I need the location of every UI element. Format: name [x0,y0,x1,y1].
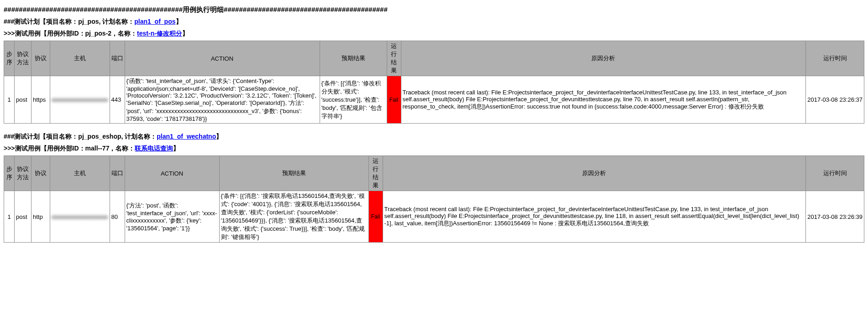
col-expect: 预期结果 [219,156,368,191]
col-reason: 原因分析 [401,41,806,76]
col-seq: 步序 [4,41,15,76]
cell-proto: http [32,191,50,243]
col-method: 协议方法 [15,156,32,191]
cell-result-fail: Fail [387,76,401,124]
plan2-prefix: ###测试计划【项目名称：pj_pos_eshop, 计划名称： [4,133,157,140]
cell-host: xxxxxxxxxxxxxxxxxxx [50,76,110,124]
cell-reason: Traceback (most recent call last): File … [401,76,806,124]
cell-port: 443 [110,76,125,124]
col-seq: 步序 [4,156,15,191]
test-plan-2: ###测试计划【项目名称：pj_pos_eshop, 计划名称：plan1_of… [4,133,864,141]
cell-result-fail: Fail [368,191,383,243]
case1-prefix: >>>测试用例【用例外部ID：pj_pos-2，名称： [4,30,137,37]
col-proto: 协议 [32,156,50,191]
result-table-2: 步序 协议方法 协议 主机 端口 ACTION 预期结果 运行结果 原因分析 运… [4,156,864,243]
cell-host: xxxxxxxxxxxxxxxxxxx [50,191,110,243]
cell-expect: {'条件': [{'消息': '搜索联系电话135601564,查询失败', '… [219,191,368,243]
cell-proto: https [32,76,50,124]
col-port: 端口 [110,41,125,76]
case2-prefix: >>>测试用例【用例外部ID：mall--77，名称： [4,145,135,152]
cell-time: 2017-03-08 23:26:37 [806,76,864,124]
case2-link[interactable]: 联系电话查询 [135,145,173,152]
cell-action: {'方法': 'post', '函数': 'test_interface_of_… [125,191,219,243]
table-row: 1 post https xxxxxxxxxxxxxxxxxxx 443 {'函… [4,76,864,124]
table-header-row: 步序 协议方法 协议 主机 端口 ACTION 预期结果 运行结果 原因分析 运… [4,41,864,76]
cell-reason: Traceback (most recent call last): File … [383,191,806,243]
test-case-1: >>>测试用例【用例外部ID：pj_pos-2，名称：test-n-修改积分】 [4,30,864,38]
report-header: ########################################… [4,5,864,14]
col-proto: 协议 [32,41,50,76]
cell-time: 2017-03-08 23:26:39 [806,191,864,243]
col-action: ACTION [125,156,219,191]
col-result: 运行结果 [368,156,383,191]
test-case-2: >>>测试用例【用例外部ID：mall--77，名称：联系电话查询】 [4,145,864,153]
plan1-suffix: 】 [176,18,182,25]
plan2-suffix: 】 [216,133,222,140]
test-plan-1: ###测试计划【项目名称：pj_pos, 计划名称：plan1_of_pos】 [4,18,864,26]
cell-action: {'函数': 'test_interface_of_json', '请求头': … [125,76,320,124]
case1-suffix: 】 [182,30,189,37]
col-time: 运行时间 [806,41,864,76]
col-port: 端口 [110,156,125,191]
col-reason: 原因分析 [383,156,806,191]
col-result: 运行结果 [387,41,401,76]
cell-seq: 1 [4,191,15,243]
table-row: 1 post http xxxxxxxxxxxxxxxxxxx 80 {'方法'… [4,191,864,243]
case2-suffix: 】 [173,145,179,152]
cell-expect: {'条件': [{'消息': '修改积分失败', '模式': 'success:… [320,76,387,124]
table-header-row: 步序 协议方法 协议 主机 端口 ACTION 预期结果 运行结果 原因分析 运… [4,156,864,191]
plan1-link[interactable]: plan1_of_pos [134,18,175,25]
result-table-1: 步序 协议方法 协议 主机 端口 ACTION 预期结果 运行结果 原因分析 运… [4,41,864,124]
col-host: 主机 [50,41,110,76]
cell-method: post [15,191,32,243]
col-action: ACTION [125,41,320,76]
plan2-link[interactable]: plan1_of_wechatno [157,133,216,140]
plan1-prefix: ###测试计划【项目名称：pj_pos, 计划名称： [4,18,134,25]
col-time: 运行时间 [806,156,864,191]
cell-seq: 1 [4,76,15,124]
cell-method: post [15,76,32,124]
col-host: 主机 [50,156,110,191]
case1-link[interactable]: test-n-修改积分 [137,30,182,37]
cell-port: 80 [110,191,125,243]
col-method: 协议方法 [15,41,32,76]
col-expect: 预期结果 [320,41,387,76]
